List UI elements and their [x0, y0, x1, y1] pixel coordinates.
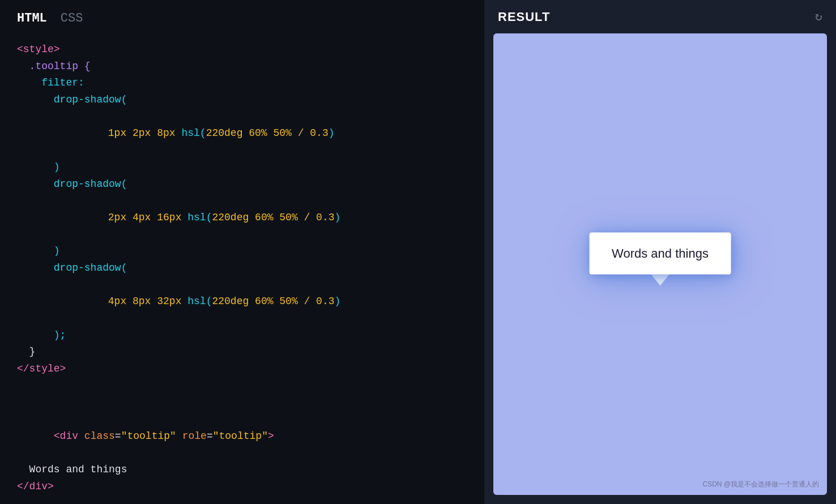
code-line-tooltip-selector: .tooltip { [17, 58, 467, 75]
refresh-icon[interactable]: ↻ [815, 9, 822, 24]
result-header: RESULT ↻ [484, 0, 836, 33]
code-line-div-close: </div> [17, 479, 467, 496]
code-editor-panel: HTML CSS <style> .tooltip { filter: drop… [0, 0, 484, 504]
code-line-style-open: <style> [17, 41, 467, 58]
result-title: RESULT [498, 10, 550, 24]
code-line-ds1-open: drop-shadow( [17, 92, 467, 109]
tooltip-demo: Words and things [589, 232, 731, 285]
watermark: CSDN @我是不会选择做一个普通人的 [702, 480, 819, 489]
code-line-ds3-open: drop-shadow( [17, 260, 467, 277]
code-line-ds2-close: ) [17, 243, 467, 260]
code-line-filter-prop: filter: [17, 75, 467, 92]
result-viewport: Words and things CSDN @我是不会选择做一个普通人的 [493, 33, 827, 495]
code-line-ds2-value: 2px 4px 16px hsl(220deg 60% 50% / 0.3) [17, 193, 467, 243]
tab-html[interactable]: HTML [17, 11, 47, 25]
result-panel: RESULT ↻ Words and things CSDN @我是不会选择做一… [484, 0, 836, 504]
tooltip-arrow [651, 274, 669, 285]
tooltip-text: Words and things [612, 246, 709, 260]
code-line-brace-close: } [17, 344, 467, 361]
code-line-ds2-open: drop-shadow( [17, 176, 467, 193]
code-line-div-open: <div class="tooltip" role="tooltip"> [17, 411, 467, 462]
code-line-ds3-close: ); [17, 327, 467, 344]
code-line-text-content: Words and things [17, 462, 467, 479]
tab-css[interactable]: CSS [61, 11, 83, 25]
blank-line-1 [17, 378, 467, 395]
code-line-style-close: </style> [17, 361, 467, 378]
code-content: <style> .tooltip { filter: drop-shadow( … [17, 41, 467, 496]
code-line-ds3-value: 4px 8px 32px hsl(220deg 60% 50% / 0.3) [17, 277, 467, 327]
code-line-ds1-close: ) [17, 159, 467, 176]
code-line-ds1-value: 1px 2px 8px hsl(220deg 60% 50% / 0.3) [17, 109, 467, 159]
tooltip-box: Words and things [589, 232, 731, 274]
tab-bar: HTML CSS [17, 11, 467, 25]
blank-line-2 [17, 394, 467, 411]
